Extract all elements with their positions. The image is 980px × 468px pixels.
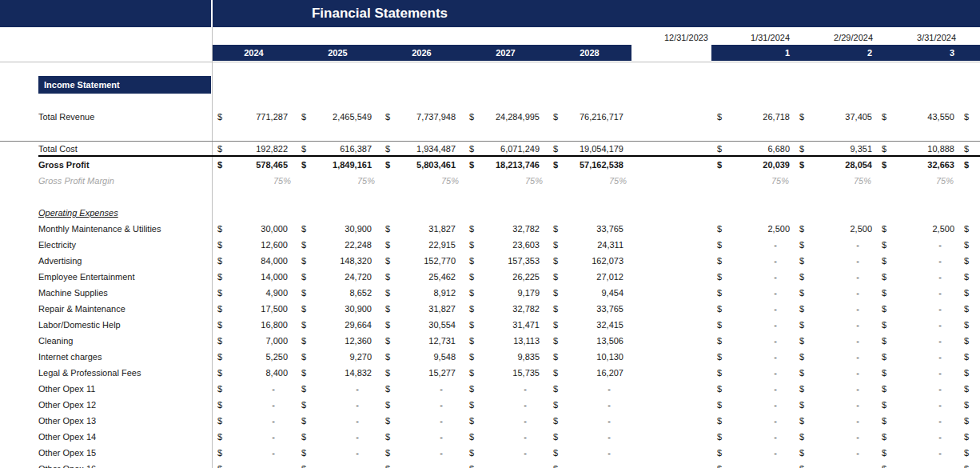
cell-partial[interactable]: $: [958, 317, 980, 333]
cell-annual[interactable]: $8,400: [212, 365, 296, 381]
cell-annual[interactable]: $27,012: [548, 269, 631, 285]
cell-annual[interactable]: $-: [380, 413, 464, 429]
cell-annual[interactable]: $-: [548, 381, 631, 397]
cell-monthly[interactable]: $-: [794, 365, 876, 381]
cell-annual[interactable]: $30,900: [296, 301, 380, 317]
income-statement-header[interactable]: Income Statement: [38, 76, 211, 94]
cell-partial[interactable]: $: [958, 365, 980, 381]
date-header-3-31-2024[interactable]: 3/31/2024: [876, 31, 956, 44]
cell-partial[interactable]: $: [958, 253, 980, 269]
cell-annual[interactable]: $13,113: [464, 333, 548, 349]
cell-annual[interactable]: $30,000: [212, 221, 296, 237]
row-label-other-opex-11[interactable]: Other Opex 11: [38, 381, 212, 397]
cell-partial[interactable]: $: [958, 429, 980, 445]
cell-annual[interactable]: $9,454: [548, 285, 631, 301]
row-label-cleaning[interactable]: Cleaning: [38, 333, 212, 349]
cell-annual[interactable]: $5,250: [212, 349, 296, 365]
cell-monthly[interactable]: $-: [794, 381, 876, 397]
row-label-total-cost[interactable]: Total Cost: [38, 141, 212, 157]
row-label-other-opex-13[interactable]: Other Opex 13: [38, 413, 212, 429]
cell-partial[interactable]: $: [958, 349, 980, 365]
cell-percent[interactable]: 75%: [548, 173, 631, 189]
row-label-other-opex-16[interactable]: Other Opex 16: [38, 461, 212, 468]
cell-annual[interactable]: $1,934,487: [380, 141, 464, 157]
cell-annual[interactable]: $-: [380, 397, 464, 413]
cell-monthly[interactable]: $28,054: [794, 157, 876, 173]
cell-monthly[interactable]: $32,663: [876, 157, 958, 173]
cell-annual[interactable]: $33,765: [548, 221, 631, 237]
year-header-2026[interactable]: 2026: [380, 45, 464, 61]
cell-annual[interactable]: $19,054,179: [548, 141, 631, 157]
cell-annual[interactable]: $31,827: [380, 221, 464, 237]
cell-annual[interactable]: $-: [548, 429, 631, 445]
cell-annual[interactable]: $18,213,746: [464, 157, 548, 173]
cell-monthly[interactable]: $-: [876, 381, 958, 397]
cell-annual[interactable]: $25,462: [380, 269, 464, 285]
cell-annual[interactable]: $152,770: [380, 253, 464, 269]
cell-monthly[interactable]: $-: [711, 365, 794, 381]
cell-monthly[interactable]: $9,351: [794, 141, 876, 157]
cell-annual[interactable]: $24,284,995: [464, 109, 548, 125]
cell-annual[interactable]: $12,731: [380, 333, 464, 349]
cell-percent[interactable]: 75%: [711, 173, 794, 189]
cell-annual[interactable]: $-: [464, 381, 548, 397]
cell-monthly[interactable]: $-: [711, 413, 794, 429]
cell-monthly[interactable]: $-: [794, 333, 876, 349]
cell-monthly[interactable]: $-: [711, 381, 794, 397]
cell-annual[interactable]: $30,900: [296, 221, 380, 237]
cell-annual[interactable]: $16,800: [212, 317, 296, 333]
cell-monthly[interactable]: $2,500: [794, 221, 876, 237]
year-header-2028[interactable]: 2028: [548, 45, 631, 61]
row-label-machine-supplies[interactable]: Machine Supplies: [38, 285, 212, 301]
cell-monthly[interactable]: $-: [794, 253, 876, 269]
cell-annual[interactable]: $-: [296, 397, 380, 413]
cell-partial[interactable]: $: [958, 269, 980, 285]
row-label-employee-entertainment[interactable]: Employee Entertainment: [38, 269, 212, 285]
cell-annual[interactable]: $1,849,161: [296, 157, 380, 173]
cell-annual[interactable]: $29,664: [296, 317, 380, 333]
cell-annual[interactable]: $6,071,249: [464, 141, 548, 157]
cell-annual[interactable]: $24,720: [296, 269, 380, 285]
cell-annual[interactable]: $7,000: [212, 333, 296, 349]
cell-monthly[interactable]: $-: [794, 269, 876, 285]
row-label-repair-maintenance[interactable]: Repair & Maintenance: [38, 301, 212, 317]
cell-annual[interactable]: $12,360: [296, 333, 380, 349]
cell-annual[interactable]: $-: [548, 413, 631, 429]
cell-annual[interactable]: $-: [380, 429, 464, 445]
cell-annual[interactable]: $9,835: [464, 349, 548, 365]
cell-annual[interactable]: $-: [464, 461, 548, 468]
cell-monthly[interactable]: $37,405: [794, 109, 876, 125]
cell-partial[interactable]: $: [958, 157, 980, 173]
cell-monthly[interactable]: $-: [794, 429, 876, 445]
cell-partial[interactable]: $: [958, 285, 980, 301]
cell-annual[interactable]: $-: [464, 429, 548, 445]
cell-monthly[interactable]: $-: [711, 397, 794, 413]
cell-monthly[interactable]: $-: [711, 429, 794, 445]
cell-percent[interactable]: 75%: [464, 173, 548, 189]
row-label-legal-professional-fees[interactable]: Legal & Professional Fees: [38, 365, 212, 381]
cell-annual[interactable]: $57,162,538: [548, 157, 631, 173]
cell-annual[interactable]: $-: [212, 445, 296, 461]
cell-annual[interactable]: $-: [464, 413, 548, 429]
cell-annual[interactable]: $8,652: [296, 285, 380, 301]
cell-partial[interactable]: $: [958, 301, 980, 317]
cell-annual[interactable]: $192,822: [212, 141, 296, 157]
cell-monthly[interactable]: $-: [794, 285, 876, 301]
cell-annual[interactable]: $-: [296, 381, 380, 397]
cell-annual[interactable]: $-: [212, 397, 296, 413]
cell-annual[interactable]: $22,248: [296, 237, 380, 253]
cell-percent[interactable]: 75%: [212, 173, 296, 189]
cell-monthly[interactable]: $-: [794, 317, 876, 333]
cell-partial[interactable]: $: [958, 381, 980, 397]
date-header-2-29-2024[interactable]: 2/29/2024: [794, 31, 873, 44]
year-header-2024[interactable]: 2024: [212, 45, 296, 61]
cell-monthly[interactable]: $43,550: [876, 109, 958, 125]
cell-annual[interactable]: $32,782: [464, 301, 548, 317]
cell-annual[interactable]: $4,900: [212, 285, 296, 301]
cell-monthly[interactable]: $26,718: [711, 109, 794, 125]
cell-annual[interactable]: $15,735: [464, 365, 548, 381]
cell-annual[interactable]: $8,912: [380, 285, 464, 301]
cell-annual[interactable]: $12,600: [212, 237, 296, 253]
row-label-monthly-maintenance-utilities[interactable]: Monthly Maintenance & Utilities: [38, 221, 212, 237]
row-label-labor-domestic-help[interactable]: Labor/Domestic Help: [38, 317, 212, 333]
